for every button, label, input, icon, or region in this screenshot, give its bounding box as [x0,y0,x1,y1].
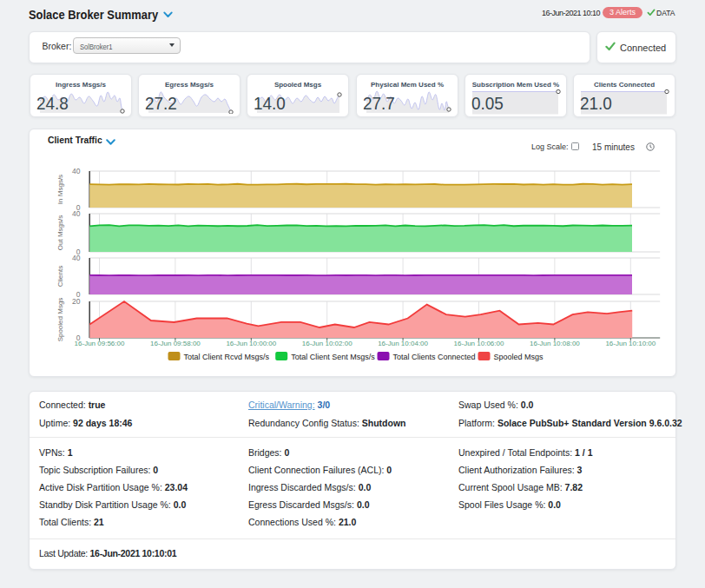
svg-text:Out Msgs/s: Out Msgs/s [56,215,64,250]
svg-text:Clients: Clients [56,266,64,287]
svg-text:16-Jun 10:06:00: 16-Jun 10:06:00 [454,340,504,347]
svg-text:16-Jun 10:10:00: 16-Jun 10:10:00 [605,340,656,347]
svg-text:Total Client Sent Msgs/s: Total Client Sent Msgs/s [291,353,375,361]
svg-text:16-Jun 10:00:00: 16-Jun 10:00:00 [226,340,276,347]
svg-text:In Msgs/s: In Msgs/s [56,175,64,204]
svg-text:Total Client Rcvd Msgs/s: Total Client Rcvd Msgs/s [184,353,270,361]
svg-text:40: 40 [72,167,81,175]
svg-text:16-Jun 09:56:00: 16-Jun 09:56:00 [75,340,125,347]
svg-text:16-Jun 10:04:00: 16-Jun 10:04:00 [378,340,428,347]
svg-text:Spooled Msgs: Spooled Msgs [494,353,544,361]
svg-text:Spooled Msgs: Spooled Msgs [56,298,64,342]
svg-text:16-Jun 10:02:00: 16-Jun 10:02:00 [302,340,352,347]
svg-text:16-Jun 09:58:00: 16-Jun 09:58:00 [150,340,201,347]
svg-text:40: 40 [72,254,81,262]
svg-text:40: 40 [72,209,81,218]
svg-text:16-Jun 10:08:00: 16-Jun 10:08:00 [530,340,580,347]
svg-text:Total Clients Connected: Total Clients Connected [393,353,476,361]
svg-text:20: 20 [72,297,81,306]
